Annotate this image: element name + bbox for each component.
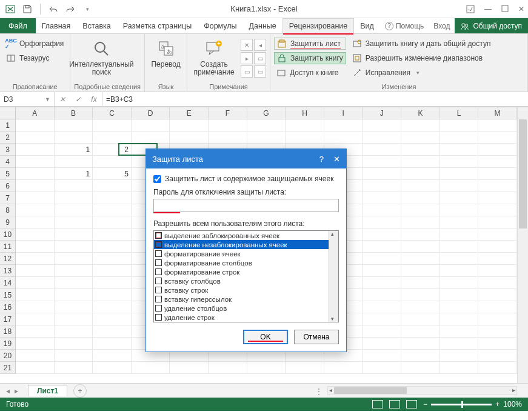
cell[interactable] [440, 350, 479, 362]
new-comment-button[interactable]: + Создать примечание [191, 36, 237, 76]
cell[interactable] [93, 216, 132, 228]
col-header[interactable]: I [324, 107, 363, 119]
cell[interactable] [440, 204, 479, 216]
permissions-listbox[interactable]: выделение заблокированных ячееквыделение… [153, 230, 339, 322]
new-sheet-button[interactable]: + [73, 384, 87, 398]
dialog-titlebar[interactable]: Защита листа ? ✕ [146, 149, 346, 168]
row-header[interactable]: 8 [0, 204, 15, 216]
tab-home[interactable]: Главная [36, 18, 77, 33]
cell[interactable] [440, 216, 479, 228]
minimize-icon[interactable]: — [484, 5, 492, 13]
cell[interactable] [247, 362, 286, 374]
cell[interactable] [55, 301, 93, 313]
cell[interactable] [440, 277, 479, 289]
cell[interactable] [478, 192, 517, 204]
cell[interactable] [16, 277, 55, 289]
col-header[interactable]: A [16, 107, 55, 119]
cell[interactable] [478, 362, 517, 374]
view-break-icon[interactable] [406, 400, 417, 408]
row-header[interactable]: 5 [0, 168, 15, 180]
sheet-tab[interactable]: Лист1 [28, 385, 67, 396]
cell[interactable] [16, 204, 55, 216]
cell[interactable] [93, 277, 132, 289]
cell[interactable] [55, 277, 93, 289]
column-headers[interactable]: ABCDEFGHIJKLM [16, 107, 517, 119]
next-comment-icon[interactable]: ▸ [241, 52, 253, 64]
cell[interactable] [440, 265, 479, 277]
cell[interactable] [478, 180, 517, 192]
cell[interactable] [363, 277, 401, 289]
item-checkbox[interactable] [155, 305, 162, 312]
cell[interactable] [363, 216, 401, 228]
cell[interactable] [93, 325, 132, 338]
cell[interactable] [440, 180, 479, 192]
prev-comment-icon[interactable]: ◂ [254, 39, 266, 51]
item-checkbox[interactable] [155, 314, 162, 321]
cell[interactable] [401, 204, 440, 216]
cell[interactable] [440, 313, 479, 325]
cell[interactable] [401, 362, 440, 374]
row-header[interactable]: 20 [0, 350, 15, 362]
cell[interactable] [55, 228, 93, 241]
cell[interactable] [324, 362, 363, 374]
row-header[interactable]: 12 [0, 253, 15, 265]
cell[interactable] [401, 168, 440, 180]
smart-lookup-button[interactable]: Интеллектуальный поиск [74, 36, 129, 76]
cell[interactable] [401, 277, 440, 289]
col-header[interactable]: J [363, 107, 401, 119]
checkbox-input[interactable] [153, 175, 161, 183]
thesaurus-button[interactable]: Тезаурус [4, 52, 66, 64]
cell[interactable] [93, 289, 132, 301]
cell[interactable] [440, 168, 479, 180]
cell[interactable] [93, 156, 132, 168]
cell[interactable] [478, 216, 517, 228]
cell[interactable] [401, 301, 440, 313]
translate-button[interactable]: aあ Перевод [149, 36, 183, 68]
cell[interactable] [16, 168, 55, 180]
cell[interactable] [16, 180, 55, 192]
cell[interactable] [93, 192, 132, 204]
allow-ranges-button[interactable]: Разрешить изменение диапазонов [350, 52, 493, 64]
cell[interactable] [209, 362, 247, 374]
cell[interactable] [363, 362, 401, 374]
vertical-scrollbar[interactable] [517, 107, 528, 383]
help-button[interactable]: ?Помощь [380, 18, 429, 33]
cell[interactable] [55, 362, 93, 374]
redo-icon[interactable] [65, 4, 76, 15]
cell[interactable] [401, 253, 440, 265]
cell[interactable] [16, 119, 55, 132]
save-icon[interactable] [22, 4, 33, 15]
cell[interactable] [440, 289, 479, 301]
cell[interactable] [440, 119, 479, 132]
cell[interactable] [16, 265, 55, 277]
col-header[interactable]: E [170, 107, 209, 119]
protect-contents-checkbox[interactable]: Защитить лист и содержимое защищаемых яч… [153, 175, 339, 183]
maximize-icon[interactable] [501, 5, 509, 13]
cell[interactable] [55, 119, 93, 132]
ok-button[interactable]: OK [243, 330, 288, 344]
cell[interactable] [93, 204, 132, 216]
cell[interactable] [16, 156, 55, 168]
cell[interactable] [401, 338, 440, 350]
cell[interactable] [55, 216, 93, 228]
cell[interactable] [401, 192, 440, 204]
item-checkbox[interactable] [155, 259, 162, 266]
cell[interactable] [440, 144, 479, 156]
cell[interactable] [170, 362, 209, 374]
cell[interactable] [363, 119, 401, 132]
permission-item[interactable]: форматирование ячеек [154, 249, 338, 258]
cell[interactable] [363, 144, 401, 156]
show-ink-icon[interactable]: ▭ [254, 65, 266, 78]
cell[interactable] [401, 228, 440, 241]
cell[interactable] [55, 132, 93, 144]
tab-file[interactable]: Файл [0, 18, 36, 33]
cell[interactable] [55, 253, 93, 265]
permission-item[interactable]: удаление строк [154, 313, 338, 322]
signin-button[interactable]: Вход [429, 18, 455, 33]
row-header[interactable]: 6 [0, 180, 15, 192]
tab-review[interactable]: Рецензирование [282, 18, 355, 34]
cell[interactable] [478, 119, 517, 132]
col-header[interactable]: L [440, 107, 479, 119]
cell[interactable] [401, 289, 440, 301]
cell[interactable] [401, 144, 440, 156]
